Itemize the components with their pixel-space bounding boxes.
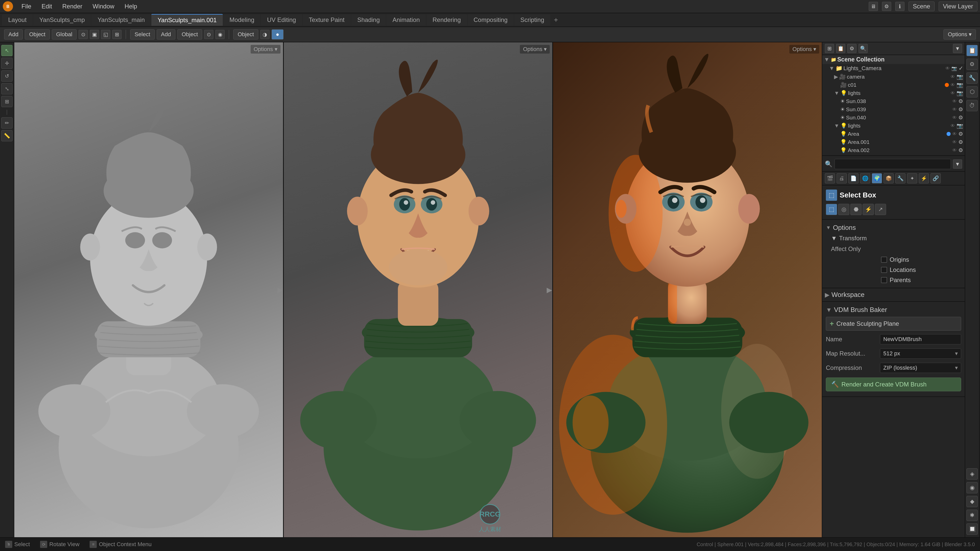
menu-file[interactable]: File [17,1,36,11]
view-icon-1[interactable]: ⊙ [79,30,88,39]
outliner-icon-3[interactable]: ⚙ [847,44,856,53]
object-btn[interactable]: Object [25,29,50,40]
object-btn-3[interactable]: Object [233,29,258,40]
viewport-2-options[interactable]: Options ▾ [520,45,550,54]
render-create-vdm-btn[interactable]: 🔨 Render and Create VDM Brush [826,378,961,391]
view-layer-badge[interactable]: View Layer [939,2,977,11]
viewport-1-options[interactable]: Options ▾ [251,45,280,54]
tab-yansculpts-main-001[interactable]: YanSculpts_main.001 [151,14,223,26]
tab-shading[interactable]: Shading [351,14,386,25]
select-box-tool[interactable]: ⬚ [826,204,837,215]
node-editor-tab-icon[interactable]: ⬡ [966,86,978,97]
outliner-tab-icon[interactable]: 📋 [966,45,978,56]
info-icon[interactable]: ℹ [895,2,904,11]
physics-properties-tab[interactable]: ⚡ [919,173,929,183]
select-circle-tool[interactable]: ◎ [838,204,850,215]
render-mode-icon[interactable]: 🖥 [869,2,878,11]
properties-tab-icon[interactable]: ⚙ [966,59,978,70]
options-btn[interactable]: Options ▾ [943,29,976,40]
c01-eye-icon[interactable]: 👁 [950,83,955,88]
menu-render[interactable]: Render [58,1,87,11]
viewport-rendered-btn[interactable]: ● [272,29,283,40]
tab-uv-editing[interactable]: UV Editing [261,14,302,25]
search-input[interactable] [835,159,951,169]
scene-collection-root[interactable]: ▼ 📁 Scene Collection [822,55,965,64]
output-properties-tab[interactable]: 🖨 [837,173,847,183]
viewport-shading-icon[interactable]: ◑ [260,30,269,39]
add-workspace-tab[interactable]: + [551,15,561,25]
tab-rendering[interactable]: Rendering [426,14,467,25]
rotate-tool[interactable]: ↺ [1,70,13,82]
sun039-eye[interactable]: 👁 [952,107,957,112]
origins-checkbox[interactable] [881,257,887,263]
transform-title[interactable]: ▼ Transform [830,233,962,243]
tab-layout[interactable]: Layout [2,14,33,25]
tree-area002[interactable]: 💡 Area.002 👁 ⚙ [822,146,965,154]
rim-lights-eye[interactable]: 👁 [950,91,955,96]
outliner-icon-2[interactable]: 📋 [836,44,845,53]
area-eye[interactable]: 👁 [952,131,957,137]
annotate-tool[interactable]: ✏ [1,118,13,129]
extra-tab-1[interactable]: ◈ [966,468,978,480]
menu-help[interactable]: Help [120,1,142,11]
tree-area[interactable]: 💡 Area 👁 ⚙ [822,130,965,138]
scene-properties-tab[interactable]: 🌐 [860,173,870,183]
select-btn[interactable]: Select [130,29,154,40]
particle-properties-tab[interactable]: ✦ [907,173,917,183]
view-icon-2[interactable]: ▣ [90,30,99,39]
sun040-eye[interactable]: 👁 [952,115,957,121]
parents-checkbox[interactable] [881,277,887,283]
viewport-3-options[interactable]: Options ▾ [789,45,819,54]
map-resol-select[interactable]: 512 px ▾ [880,348,961,359]
extra-tab-3[interactable]: ◆ [966,496,978,507]
locations-checkbox[interactable] [881,267,887,273]
tree-c01[interactable]: 🎥 c01 👁 📷 [822,81,965,89]
tool-shelf-tab-icon[interactable]: 🔧 [966,73,978,84]
object-view-icon[interactable]: ⊙ [204,30,213,39]
xray-icon[interactable]: ⊞ [112,30,121,39]
sun038-eye[interactable]: 👁 [952,99,957,104]
options-title[interactable]: ▼ Options [825,222,962,233]
visibility-eye-icon[interactable]: 👁 [945,66,950,71]
object-properties-tab[interactable]: 📦 [883,173,894,183]
settings-icon[interactable]: ⚙ [882,2,891,11]
viewport-3[interactable]: Options ▾ [553,42,822,537]
tree-sun038[interactable]: ☀ Sun.038 👁 ⚙ [822,97,965,105]
menu-window[interactable]: Window [88,1,119,11]
measure-tool[interactable]: 📏 [1,130,13,141]
tab-yansculpts-cmp[interactable]: YanSculpts_cmp [33,14,91,25]
area001-eye[interactable]: 👁 [952,140,957,145]
tab-animation[interactable]: Animation [387,14,426,25]
tree-area001[interactable]: 💡 Area.001 👁 ⚙ [822,138,965,146]
tab-compositing[interactable]: Compositing [468,14,514,25]
scene-name[interactable]: Scene [908,2,935,11]
modifier-properties-tab[interactable]: 🔧 [895,173,905,183]
m-lights-eye[interactable]: 👁 [950,123,955,129]
select-extra-2[interactable]: ↗ [875,204,886,215]
extra-tab-4[interactable]: ✱ [966,510,978,521]
global-btn[interactable]: Global [52,29,77,40]
viewport-1[interactable]: Options ▾ ▶ [14,42,284,537]
overlay-icon[interactable]: ◱ [101,30,110,39]
cursor-tool[interactable]: ↖ [1,45,13,56]
menu-edit[interactable]: Edit [37,1,57,11]
tree-camera[interactable]: ▶ 🎥 camera 👁 📷 [822,73,965,81]
panel-filter-icon[interactable]: ▼ [953,159,962,168]
tab-modeling[interactable]: Modeling [223,14,260,25]
extra-tab-5[interactable]: 🔲 [966,524,978,535]
move-tool[interactable]: ✛ [1,58,13,69]
timeline-tab-icon[interactable]: ⏱ [966,100,978,111]
tree-sun039[interactable]: ☀ Sun.039 👁 ⚙ [822,105,965,114]
tree-rim-lights[interactable]: ▼ 💡 lights 👁 📷 [822,89,965,97]
camera-visibility-icon[interactable]: 📷 [951,65,957,71]
outliner-icon-1[interactable]: ⊞ [825,44,834,53]
constraint-properties-tab[interactable]: 🔗 [931,173,941,183]
render-properties-tab[interactable]: 🎬 [825,173,835,183]
area002-eye[interactable]: 👁 [952,148,957,153]
tree-lights-camera[interactable]: ▼ 📁 Lights_Camera 👁 📷 ✓ [822,64,965,73]
tab-texture-paint[interactable]: Texture Paint [303,14,351,25]
shading-icon[interactable]: ◉ [215,30,224,39]
world-properties-tab[interactable]: 🌍 [872,173,882,183]
compression-select[interactable]: ZIP (lossless) ▾ [880,363,961,373]
name-input[interactable] [880,334,961,345]
